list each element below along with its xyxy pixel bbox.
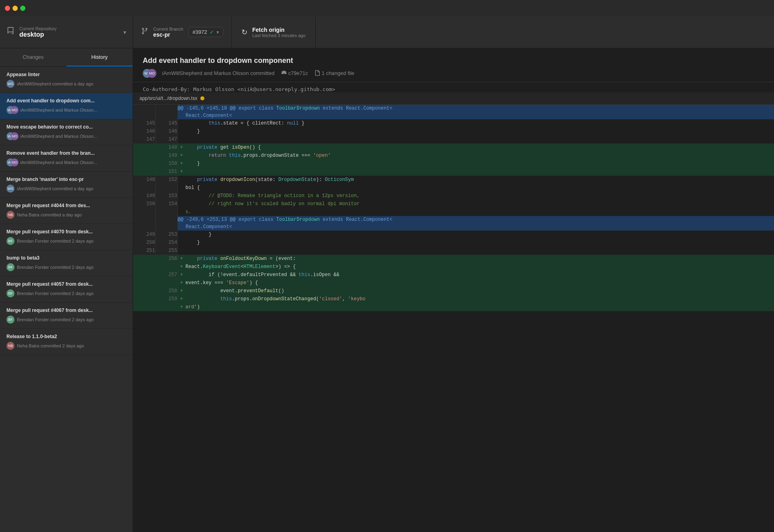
commit-item[interactable]: Merge pull request #4044 from des... NB … [0, 198, 133, 224]
commit-heading: Add event handler to dropdown component [143, 56, 764, 65]
diff-line: s. [133, 208, 774, 216]
close-button[interactable] [5, 6, 10, 11]
repo-info: Current Repository desktop [19, 26, 119, 38]
commit-hash: c79e71c [281, 70, 308, 76]
tab-changes[interactable]: Changes [0, 48, 67, 66]
avatar: BF [6, 289, 15, 297]
commit-title: Remove event handler from the bran... [6, 150, 126, 156]
main-layout: Changes History Appease linter WS iAmWil… [0, 48, 774, 532]
changed-files-label: 1 changed file [322, 70, 354, 76]
commit-item[interactable]: Merge pull request #4067 from desk... BF… [0, 303, 133, 329]
avatar-double: WS MO [6, 106, 18, 114]
commit-author: Brendan Forster committed 2 days ago [17, 239, 94, 243]
avatar: NB [6, 211, 15, 219]
diff-line-added: 151 + [133, 168, 774, 176]
repo-chevron-icon: ▾ [123, 29, 126, 35]
repo-label: Current Repository [19, 26, 119, 31]
commit-meta: BF Brendan Forster committed 2 days ago [6, 237, 126, 245]
commit-details: WS MO iAmWillShepherd and Markus Olsson … [143, 69, 764, 77]
commit-list[interactable]: Appease linter WS iAmWillShepherd commit… [0, 67, 133, 532]
commit-meta: WS iAmWillShepherd committed a day ago [6, 80, 126, 88]
commit-item[interactable]: Merge pull request #4057 from desk... BF… [0, 276, 133, 303]
file-bar: app/src/ui/t.../dropdown.tsx [133, 92, 774, 105]
pr-badge[interactable]: #3972 ✓ ▾ [188, 27, 223, 37]
diff-hunk-header: @@ -145,6 +145,10 @@ export class Toolba… [133, 105, 774, 112]
branch-info: Current Branch esc-pr [153, 27, 183, 38]
commit-files-count: 1 changed file [314, 70, 354, 76]
diff-line: 150 154 // right now it's scaled badly o… [133, 200, 774, 208]
commit-author: Brendan Forster committed 2 days ago [17, 265, 94, 270]
pr-chevron-icon[interactable]: ▾ [216, 29, 219, 35]
pr-check-icon: ✓ [210, 29, 214, 35]
tab-bar: Changes History [0, 48, 133, 67]
commit-meta: WS MO iAmWillShepherd and Markus Olsson.… [6, 106, 126, 114]
commit-avatars: WS MO [143, 69, 154, 77]
commit-meta: BF Brendan Forster committed 2 days ago [6, 316, 126, 324]
branch-section[interactable]: Current Branch esc-pr #3972 ✓ ▾ [133, 16, 232, 48]
sidebar: Changes History Appease linter WS iAmWil… [0, 48, 133, 532]
diff-hunk-header-cont: React.Component< [133, 223, 774, 231]
commit-authors: iAmWillShepherd and Markus Olsson commit… [162, 70, 275, 76]
repo-name: desktop [19, 31, 119, 38]
commit-item[interactable]: Release to 1.1.0-beta2 NB Neha Batra com… [0, 329, 133, 355]
commit-author: Neha Batra committed a day ago [17, 212, 82, 217]
commit-item[interactable]: Merge branch 'master' into esc-pr WS iAm… [0, 172, 133, 198]
commit-item[interactable]: Remove event handler from the bran... WS… [0, 145, 133, 172]
avatar-double: WS MO [6, 158, 18, 166]
commit-meta: BF Brendan Forster committed 2 days ago [6, 263, 126, 271]
commit-item[interactable]: Add event handler to dropdown com... WS … [0, 93, 133, 119]
commit-author: iAmWillShepherd and Markus Olsson... [20, 108, 97, 112]
content-area: Add event handler to dropdown component … [133, 48, 774, 532]
minimize-button[interactable] [12, 6, 18, 11]
commit-meta: WS MO iAmWillShepherd and Markus Olsson.… [6, 132, 126, 140]
diff-hunk-header-cont: React.Component< [133, 112, 774, 119]
avatar: BF [6, 316, 15, 324]
commit-title: Add event handler to dropdown com... [6, 98, 126, 104]
diff-line-added: 150 + } [133, 160, 774, 168]
pr-number: #3972 [193, 29, 207, 35]
avatar-double: WS MO [6, 132, 18, 140]
file-changed-dot [200, 96, 204, 100]
diff-line-added: + event.key === 'Escape') { [133, 279, 774, 287]
commit-title: Release to 1.1.0-beta2 [6, 334, 126, 339]
branch-name: esc-pr [153, 31, 183, 38]
branch-icon [141, 27, 148, 37]
commit-author: Brendan Forster committed 2 days ago [17, 291, 94, 296]
diff-line-added: + ard') [133, 303, 774, 311]
diff-line: 148 152 private dropdownIcon(state: Drop… [133, 176, 774, 184]
traffic-lights [5, 6, 25, 11]
commit-title: Appease linter [6, 72, 126, 77]
top-bar: Current Repository desktop ▾ Current Bra… [0, 16, 774, 48]
avatar: BF [6, 237, 15, 245]
diff-line: bol { [133, 184, 774, 192]
diff-line: 147 147 [133, 135, 774, 143]
fetch-info: Fetch origin Last fetched 3 minutes ago [252, 27, 306, 38]
commit-item[interactable]: bump to beta3 BF Brendan Forster committ… [0, 250, 133, 276]
commit-title: Merge pull request #4057 from desk... [6, 281, 126, 287]
diff-line: 145 145 this.state = { clientRect: null … [133, 119, 774, 127]
commit-meta: WS MO iAmWillShepherd and Markus Olsson.… [6, 158, 126, 166]
diff-line: 146 146 } [133, 127, 774, 135]
avatar: WS [6, 80, 15, 88]
diff-line: 149 153 // @TODO: Remake triangle octico… [133, 192, 774, 200]
commit-author: iAmWillShepherd committed a day ago [17, 186, 94, 191]
diff-line-added: 259 + this.props.onDropdownStateChanged(… [133, 295, 774, 303]
commit-title: Merge pull request #4067 from desk... [6, 308, 126, 313]
fetch-icon: ↻ [241, 28, 248, 37]
tab-history[interactable]: History [67, 48, 133, 66]
commit-item[interactable]: Merge pull request #4070 from desk... BF… [0, 224, 133, 250]
commit-meta: NB Neha Batra committed 2 days ago [6, 342, 126, 350]
fetch-title: Fetch origin [252, 27, 306, 33]
commit-item[interactable]: Move escape behavior to correct co... WS… [0, 119, 133, 145]
avatar: NB [6, 342, 15, 350]
commit-author: Brendan Forster committed 2 days ago [17, 317, 94, 322]
repo-section[interactable]: Current Repository desktop ▾ [0, 16, 133, 48]
commit-author: Neha Batra committed 2 days ago [17, 343, 84, 348]
fetch-section[interactable]: ↻ Fetch origin Last fetched 3 minutes ag… [232, 16, 316, 48]
avatar: MO [10, 106, 19, 114]
diff-container[interactable]: @@ -145,6 +145,10 @@ export class Toolba… [133, 105, 774, 532]
commit-title: bump to beta3 [6, 255, 126, 261]
commit-item[interactable]: Appease linter WS iAmWillShepherd commit… [0, 67, 133, 93]
commit-meta: WS iAmWillShepherd committed a day ago [6, 185, 126, 193]
maximize-button[interactable] [20, 6, 25, 11]
